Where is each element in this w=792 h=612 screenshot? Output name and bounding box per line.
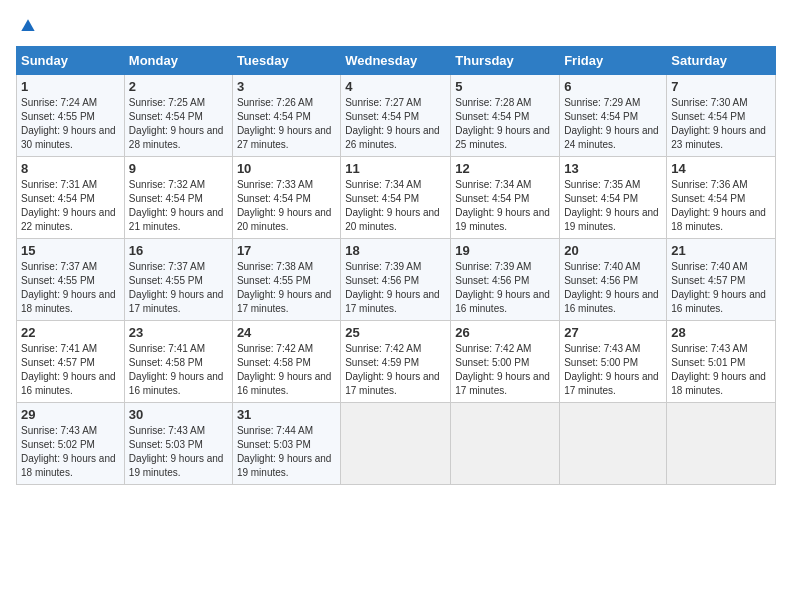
calendar-cell: 16Sunrise: 7:37 AMSunset: 4:55 PMDayligh…: [124, 239, 232, 321]
calendar-cell: 23Sunrise: 7:41 AMSunset: 4:58 PMDayligh…: [124, 321, 232, 403]
day-header-wednesday: Wednesday: [341, 47, 451, 75]
calendar-week-row: 22Sunrise: 7:41 AMSunset: 4:57 PMDayligh…: [17, 321, 776, 403]
day-number: 29: [21, 407, 120, 422]
day-number: 7: [671, 79, 771, 94]
calendar-week-row: 29Sunrise: 7:43 AMSunset: 5:02 PMDayligh…: [17, 403, 776, 485]
calendar-week-row: 15Sunrise: 7:37 AMSunset: 4:55 PMDayligh…: [17, 239, 776, 321]
cell-info: Sunrise: 7:43 AMSunset: 5:01 PMDaylight:…: [671, 342, 771, 398]
calendar-cell: 27Sunrise: 7:43 AMSunset: 5:00 PMDayligh…: [560, 321, 667, 403]
cell-info: Sunrise: 7:39 AMSunset: 4:56 PMDaylight:…: [345, 260, 446, 316]
day-number: 27: [564, 325, 662, 340]
page-header: [16, 16, 776, 36]
day-number: 20: [564, 243, 662, 258]
calendar-cell: [451, 403, 560, 485]
cell-info: Sunrise: 7:36 AMSunset: 4:54 PMDaylight:…: [671, 178, 771, 234]
day-number: 26: [455, 325, 555, 340]
cell-info: Sunrise: 7:43 AMSunset: 5:00 PMDaylight:…: [564, 342, 662, 398]
calendar-cell: 1Sunrise: 7:24 AMSunset: 4:55 PMDaylight…: [17, 75, 125, 157]
calendar-cell: [560, 403, 667, 485]
day-number: 11: [345, 161, 446, 176]
calendar-cell: 6Sunrise: 7:29 AMSunset: 4:54 PMDaylight…: [560, 75, 667, 157]
cell-info: Sunrise: 7:29 AMSunset: 4:54 PMDaylight:…: [564, 96, 662, 152]
day-number: 17: [237, 243, 336, 258]
calendar-cell: 30Sunrise: 7:43 AMSunset: 5:03 PMDayligh…: [124, 403, 232, 485]
cell-info: Sunrise: 7:34 AMSunset: 4:54 PMDaylight:…: [455, 178, 555, 234]
calendar-table: SundayMondayTuesdayWednesdayThursdayFrid…: [16, 46, 776, 485]
day-header-saturday: Saturday: [667, 47, 776, 75]
cell-info: Sunrise: 7:31 AMSunset: 4:54 PMDaylight:…: [21, 178, 120, 234]
logo: [16, 16, 38, 36]
day-header-monday: Monday: [124, 47, 232, 75]
day-number: 18: [345, 243, 446, 258]
calendar-cell: 8Sunrise: 7:31 AMSunset: 4:54 PMDaylight…: [17, 157, 125, 239]
calendar-cell: [341, 403, 451, 485]
calendar-week-row: 1Sunrise: 7:24 AMSunset: 4:55 PMDaylight…: [17, 75, 776, 157]
calendar-cell: 11Sunrise: 7:34 AMSunset: 4:54 PMDayligh…: [341, 157, 451, 239]
day-number: 23: [129, 325, 228, 340]
calendar-cell: 28Sunrise: 7:43 AMSunset: 5:01 PMDayligh…: [667, 321, 776, 403]
day-number: 3: [237, 79, 336, 94]
calendar-cell: [667, 403, 776, 485]
svg-marker-0: [21, 19, 34, 31]
cell-info: Sunrise: 7:32 AMSunset: 4:54 PMDaylight:…: [129, 178, 228, 234]
day-header-sunday: Sunday: [17, 47, 125, 75]
day-number: 6: [564, 79, 662, 94]
day-number: 31: [237, 407, 336, 422]
cell-info: Sunrise: 7:38 AMSunset: 4:55 PMDaylight:…: [237, 260, 336, 316]
calendar-cell: 7Sunrise: 7:30 AMSunset: 4:54 PMDaylight…: [667, 75, 776, 157]
cell-info: Sunrise: 7:30 AMSunset: 4:54 PMDaylight:…: [671, 96, 771, 152]
day-number: 22: [21, 325, 120, 340]
cell-info: Sunrise: 7:41 AMSunset: 4:58 PMDaylight:…: [129, 342, 228, 398]
day-number: 4: [345, 79, 446, 94]
cell-info: Sunrise: 7:40 AMSunset: 4:57 PMDaylight:…: [671, 260, 771, 316]
calendar-cell: 21Sunrise: 7:40 AMSunset: 4:57 PMDayligh…: [667, 239, 776, 321]
day-number: 30: [129, 407, 228, 422]
calendar-cell: 14Sunrise: 7:36 AMSunset: 4:54 PMDayligh…: [667, 157, 776, 239]
calendar-cell: 5Sunrise: 7:28 AMSunset: 4:54 PMDaylight…: [451, 75, 560, 157]
day-number: 21: [671, 243, 771, 258]
day-number: 9: [129, 161, 228, 176]
day-header-friday: Friday: [560, 47, 667, 75]
day-number: 10: [237, 161, 336, 176]
cell-info: Sunrise: 7:34 AMSunset: 4:54 PMDaylight:…: [345, 178, 446, 234]
cell-info: Sunrise: 7:42 AMSunset: 5:00 PMDaylight:…: [455, 342, 555, 398]
calendar-cell: 18Sunrise: 7:39 AMSunset: 4:56 PMDayligh…: [341, 239, 451, 321]
calendar-cell: 12Sunrise: 7:34 AMSunset: 4:54 PMDayligh…: [451, 157, 560, 239]
calendar-cell: 3Sunrise: 7:26 AMSunset: 4:54 PMDaylight…: [232, 75, 340, 157]
day-header-thursday: Thursday: [451, 47, 560, 75]
day-number: 1: [21, 79, 120, 94]
calendar-header-row: SundayMondayTuesdayWednesdayThursdayFrid…: [17, 47, 776, 75]
cell-info: Sunrise: 7:42 AMSunset: 4:59 PMDaylight:…: [345, 342, 446, 398]
cell-info: Sunrise: 7:40 AMSunset: 4:56 PMDaylight:…: [564, 260, 662, 316]
calendar-cell: 29Sunrise: 7:43 AMSunset: 5:02 PMDayligh…: [17, 403, 125, 485]
day-number: 16: [129, 243, 228, 258]
cell-info: Sunrise: 7:25 AMSunset: 4:54 PMDaylight:…: [129, 96, 228, 152]
day-number: 19: [455, 243, 555, 258]
calendar-cell: 19Sunrise: 7:39 AMSunset: 4:56 PMDayligh…: [451, 239, 560, 321]
cell-info: Sunrise: 7:43 AMSunset: 5:03 PMDaylight:…: [129, 424, 228, 480]
cell-info: Sunrise: 7:43 AMSunset: 5:02 PMDaylight:…: [21, 424, 120, 480]
calendar-cell: 10Sunrise: 7:33 AMSunset: 4:54 PMDayligh…: [232, 157, 340, 239]
day-number: 5: [455, 79, 555, 94]
cell-info: Sunrise: 7:28 AMSunset: 4:54 PMDaylight:…: [455, 96, 555, 152]
day-number: 14: [671, 161, 771, 176]
cell-info: Sunrise: 7:27 AMSunset: 4:54 PMDaylight:…: [345, 96, 446, 152]
calendar-cell: 2Sunrise: 7:25 AMSunset: 4:54 PMDaylight…: [124, 75, 232, 157]
calendar-cell: 17Sunrise: 7:38 AMSunset: 4:55 PMDayligh…: [232, 239, 340, 321]
cell-info: Sunrise: 7:35 AMSunset: 4:54 PMDaylight:…: [564, 178, 662, 234]
day-number: 25: [345, 325, 446, 340]
cell-info: Sunrise: 7:42 AMSunset: 4:58 PMDaylight:…: [237, 342, 336, 398]
day-number: 24: [237, 325, 336, 340]
calendar-cell: 4Sunrise: 7:27 AMSunset: 4:54 PMDaylight…: [341, 75, 451, 157]
day-number: 15: [21, 243, 120, 258]
logo-icon: [18, 16, 38, 36]
calendar-cell: 25Sunrise: 7:42 AMSunset: 4:59 PMDayligh…: [341, 321, 451, 403]
cell-info: Sunrise: 7:44 AMSunset: 5:03 PMDaylight:…: [237, 424, 336, 480]
cell-info: Sunrise: 7:33 AMSunset: 4:54 PMDaylight:…: [237, 178, 336, 234]
day-header-tuesday: Tuesday: [232, 47, 340, 75]
calendar-cell: 15Sunrise: 7:37 AMSunset: 4:55 PMDayligh…: [17, 239, 125, 321]
day-number: 28: [671, 325, 771, 340]
day-number: 8: [21, 161, 120, 176]
calendar-cell: 24Sunrise: 7:42 AMSunset: 4:58 PMDayligh…: [232, 321, 340, 403]
day-number: 13: [564, 161, 662, 176]
